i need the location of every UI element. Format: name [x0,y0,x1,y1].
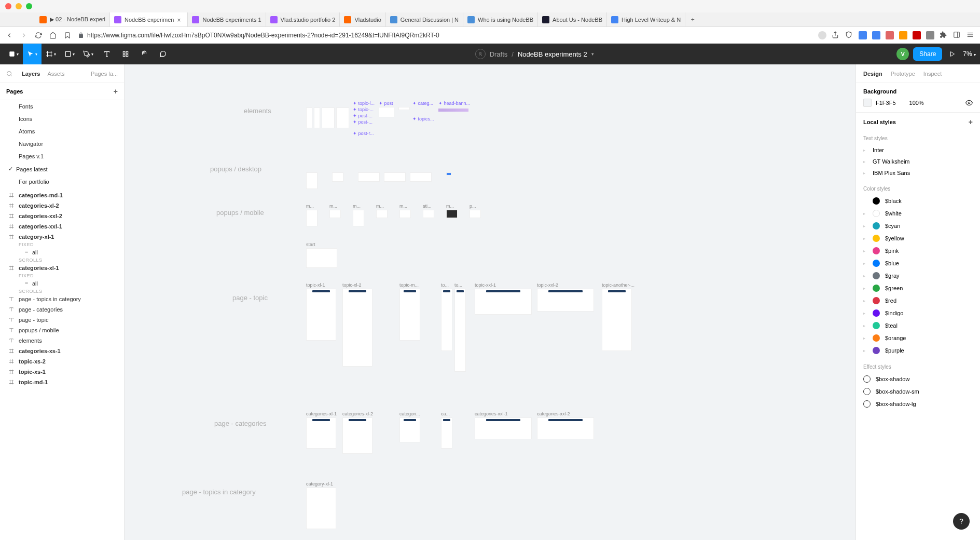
frame[interactable] [314,107,320,128]
component-label[interactable]: ✦ topics... [412,116,434,122]
frame-label[interactable]: topic-xxl-1 [475,282,496,288]
frame[interactable] [446,172,451,176]
ext-menu-icon[interactable] [967,31,975,39]
color-style-item[interactable]: ▸$pink [856,245,980,257]
frame-label[interactable]: topic-another-... [602,282,634,288]
layer-item[interactable]: all [0,247,124,258]
frame-label[interactable]: topic-xl-2 [342,282,362,288]
maximize-window-button[interactable] [26,3,32,9]
color-style-item[interactable]: ▸$green [856,282,980,294]
component-label[interactable]: ✦ post-... [353,119,372,125]
frame[interactable] [306,210,318,226]
layer-item[interactable]: topic-md-1 [0,377,124,387]
frame[interactable] [438,109,468,112]
frame-label[interactable]: start [306,242,315,247]
color-style-item[interactable]: ▸$gray [856,269,980,282]
visibility-icon[interactable] [965,99,973,106]
color-style-item[interactable]: ▸$blue [856,257,980,269]
frame-label[interactable]: m... [306,204,314,209]
chevron-down-icon[interactable]: ▾ [591,51,594,57]
frame-label[interactable]: m... [329,204,337,209]
color-style-item[interactable]: ▸$orange [856,332,980,344]
frame-label[interactable]: category-xl-1 [306,481,333,487]
breadcrumb-file[interactable]: NodeBB experiments 2 [518,50,587,58]
page-item[interactable]: Atoms [0,125,124,138]
section-label[interactable]: page - topics in category [182,488,256,496]
ext-icon-5[interactable] [886,31,894,39]
section-label[interactable]: popups / mobile [216,209,264,217]
browser-tab[interactable]: Vlad.studio portfolio 2 [266,12,340,26]
color-style-item[interactable]: ▸$indigo [856,307,980,319]
layer-item[interactable]: all [0,278,124,289]
frame-label[interactable]: m... [376,204,384,209]
home-button[interactable] [49,31,57,39]
ext-puzzle-icon[interactable] [940,31,948,39]
text-style-item[interactable]: ▸GT Walksheim [856,156,980,167]
search-icon[interactable] [6,71,12,77]
page-item[interactable]: Navigator [0,138,124,150]
close-window-button[interactable] [5,3,11,9]
browser-tab[interactable]: Who is using NodeBB [463,12,538,26]
frame-label[interactable]: categories-xxl-1 [475,411,508,416]
help-button[interactable]: ? [953,513,970,530]
color-style-item[interactable]: ▸$yellow [856,232,980,245]
ext-icon-4[interactable] [872,31,880,39]
color-style-item[interactable]: ▸$red [856,294,980,307]
ext-icon-6[interactable] [899,31,907,39]
frame[interactable] [384,172,406,182]
frame[interactable] [329,210,341,218]
frame-label[interactable]: m... [446,204,454,209]
component-label[interactable]: ✦ post-r... [353,131,374,136]
frame[interactable] [353,210,364,226]
layer-item[interactable]: page - topics in category [0,294,124,304]
frame[interactable] [306,107,312,128]
layer-item[interactable]: categories-xs-1 [0,346,124,356]
page-item[interactable]: Pages v.1 [0,150,124,163]
frame[interactable] [602,289,632,351]
pen-tool[interactable]: ▾ [79,44,98,64]
component-label[interactable]: ✦ post-... [353,113,372,118]
frame[interactable] [358,172,380,182]
frame-label[interactable]: topic-xl-1 [306,282,325,288]
bg-swatch[interactable] [863,99,872,107]
frame[interactable] [379,107,394,117]
frame-label[interactable]: categories-xxl-2 [537,411,570,416]
user-avatar-icon[interactable] [475,49,486,59]
frame[interactable] [399,417,420,442]
shape-tool[interactable]: ▾ [60,44,79,64]
component-label[interactable]: ✦ post [379,101,393,106]
frame[interactable] [423,210,434,218]
text-style-item[interactable]: ▸Inter [856,144,980,156]
ext-sidepanel-icon[interactable] [953,31,961,39]
page-item[interactable]: Icons [0,113,124,125]
component-label[interactable]: ✦ head-bann... [438,101,470,106]
zoom-level[interactable]: 7% ▾ [963,50,976,58]
section-label[interactable]: page - topic [232,294,268,302]
frame-label[interactable]: topic-xxl-2 [537,282,558,288]
page-item[interactable]: For portfolio [0,176,124,188]
hand-tool[interactable] [135,44,154,64]
browser-tab[interactable]: ▶ 02 - NodeBB experi [35,12,110,26]
color-style-item[interactable]: $black [856,195,980,207]
user-avatar[interactable]: V [896,48,909,60]
add-page-button[interactable]: + [114,87,118,96]
browser-tab[interactable]: NodeBB experiments 1 [188,12,266,26]
layer-item[interactable]: topic-xs-1 [0,367,124,377]
tab-assets[interactable]: Assets [47,71,64,77]
bookmark-button[interactable] [63,31,72,39]
tab-prototype[interactable]: Prototype [891,71,915,77]
frame[interactable] [410,172,432,182]
frame-tool[interactable]: ▾ [42,44,60,64]
frame-label[interactable]: categories-xl-1 [306,411,337,416]
layer-item[interactable]: page - topic [0,315,124,325]
frame-label[interactable]: categories-xl-2 [342,411,373,416]
frame[interactable] [332,172,343,182]
page-item[interactable]: ✓Pages latest [0,163,124,176]
ext-icon-brave[interactable] [845,31,853,39]
bg-row[interactable]: F1F3F5 100% [863,99,973,107]
tab-close-icon[interactable]: × [177,17,183,23]
ext-icon-7[interactable] [913,31,921,39]
frame-label[interactable]: m... [399,204,407,209]
breadcrumb-drafts[interactable]: Drafts [490,50,508,58]
add-style-button[interactable]: + [969,118,973,126]
